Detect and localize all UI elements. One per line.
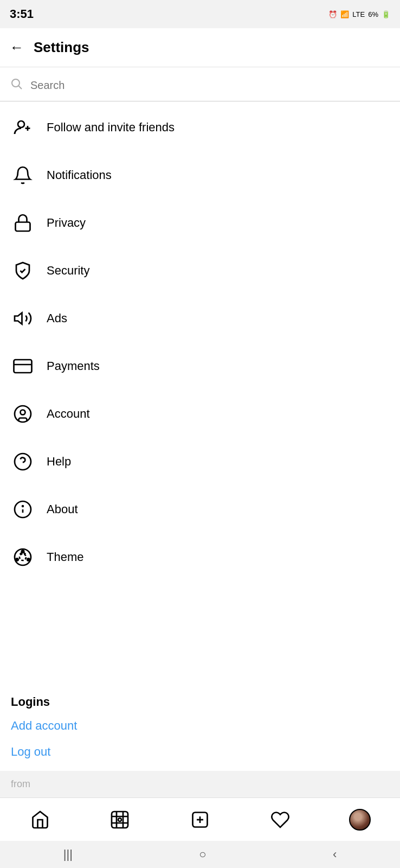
menu-label-about: About (47, 502, 78, 516)
add-icon (190, 810, 210, 829)
status-icons: ⏰ 📶 LTE 6% 🔋 (328, 10, 390, 18)
menu-label-account: Account (47, 407, 90, 421)
sys-home-icon[interactable]: ○ (199, 847, 206, 861)
battery-percent: 6% (368, 10, 378, 18)
menu-label-payments: Payments (47, 359, 100, 373)
from-label: from (11, 778, 30, 789)
follow-icon (11, 116, 35, 139)
search-icon (10, 77, 23, 93)
battery-icon: 🔋 (382, 10, 390, 18)
svg-rect-7 (14, 360, 32, 373)
status-bar: 3:51 ⏰ 📶 LTE 6% 🔋 (0, 0, 400, 28)
menu-item-account[interactable]: Account (0, 390, 400, 438)
add-account-link[interactable]: Add account (11, 719, 389, 733)
heart-icon (270, 810, 290, 829)
menu-item-notifications[interactable]: Notifications (0, 151, 400, 199)
menu-label-privacy: Privacy (47, 216, 86, 230)
svg-marker-6 (15, 313, 22, 324)
logins-title: Logins (11, 695, 389, 709)
sys-back-icon[interactable]: ‹ (333, 847, 337, 861)
svg-rect-5 (16, 222, 30, 232)
profile-avatar (349, 809, 371, 831)
bell-icon (11, 163, 35, 187)
system-nav-bar: ||| ○ ‹ (0, 841, 400, 868)
menu-item-theme[interactable]: Theme (0, 533, 400, 581)
svg-point-10 (21, 410, 25, 415)
logins-section: Logins Add account Log out (0, 684, 400, 771)
sys-menu-icon[interactable]: ||| (63, 847, 73, 861)
signal-icon: 📶 (340, 10, 349, 18)
svg-point-0 (12, 79, 20, 87)
card-icon (11, 354, 35, 378)
bottom-nav (0, 797, 400, 841)
svg-point-19 (16, 558, 18, 561)
menu-label-ads: Ads (47, 311, 67, 326)
back-button[interactable]: ← (10, 39, 24, 56)
svg-point-9 (15, 406, 31, 422)
menu-list: Follow and invite friends Notifications … (0, 104, 400, 684)
svg-point-22 (118, 818, 121, 821)
lte-label: LTE (352, 10, 365, 18)
nav-add[interactable] (184, 803, 216, 836)
menu-item-payments[interactable]: Payments (0, 342, 400, 390)
status-time: 3:51 (10, 7, 34, 21)
page-title: Settings (34, 39, 89, 56)
menu-label-security: Security (47, 264, 89, 278)
settings-header: ← Settings (0, 28, 400, 67)
menu-item-privacy[interactable]: Privacy (0, 199, 400, 247)
lock-icon (11, 211, 35, 235)
nav-profile[interactable] (344, 803, 376, 836)
log-out-link[interactable]: Log out (11, 745, 389, 759)
menu-label-theme: Theme (47, 550, 83, 564)
info-circle-icon (11, 497, 35, 521)
palette-icon (11, 545, 35, 569)
menu-label-follow: Follow and invite friends (47, 120, 175, 135)
svg-point-17 (20, 554, 26, 560)
nav-reels[interactable] (104, 803, 136, 836)
menu-label-notifications: Notifications (47, 168, 112, 182)
home-icon (30, 810, 50, 829)
svg-point-11 (15, 454, 31, 470)
svg-line-1 (19, 86, 22, 90)
svg-rect-21 (112, 812, 128, 828)
menu-item-help[interactable]: Help (0, 438, 400, 486)
menu-item-about[interactable]: About (0, 486, 400, 533)
menu-item-follow[interactable]: Follow and invite friends (0, 104, 400, 151)
reels-icon (110, 810, 130, 829)
search-input[interactable] (30, 79, 390, 92)
nav-home[interactable] (24, 803, 56, 836)
svg-point-2 (18, 121, 24, 127)
question-circle-icon (11, 450, 35, 474)
menu-label-help: Help (47, 455, 71, 469)
menu-item-security[interactable]: Security (0, 247, 400, 295)
menu-item-ads[interactable]: Ads (0, 295, 400, 342)
alarm-icon: ⏰ (328, 10, 337, 18)
megaphone-icon (11, 307, 35, 330)
from-section: from (0, 771, 400, 797)
nav-activity[interactable] (264, 803, 296, 836)
svg-point-20 (27, 558, 30, 561)
search-container (0, 67, 400, 101)
person-circle-icon (11, 402, 35, 426)
shield-icon (11, 259, 35, 283)
